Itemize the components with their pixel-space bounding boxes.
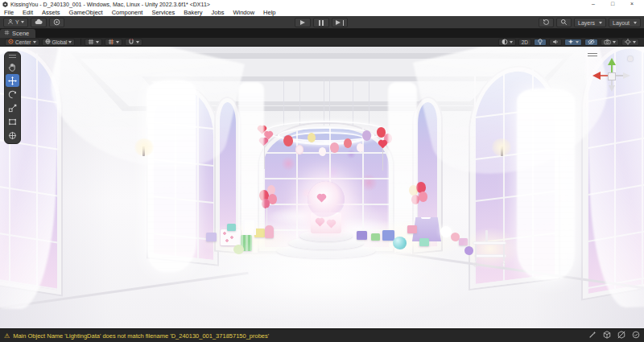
menu-help[interactable]: Help	[263, 9, 275, 16]
maximize-button[interactable]: □	[603, 0, 622, 8]
menu-file[interactable]: File	[4, 9, 14, 16]
overlay-drag-handle[interactable]	[9, 55, 16, 58]
gift-green[interactable]	[371, 233, 380, 241]
gift-white-polka[interactable]	[221, 229, 241, 245]
gift-teal[interactable]	[227, 224, 236, 231]
eye-slash-icon	[588, 39, 595, 46]
ball-purple[interactable]	[464, 246, 473, 255]
serving-cart[interactable]	[471, 232, 510, 269]
gift-lavender[interactable]	[206, 233, 217, 241]
chevron-down-icon	[633, 41, 636, 43]
gift-lilac[interactable]	[459, 238, 468, 245]
menu-window[interactable]: Window	[233, 9, 254, 16]
gift-blue[interactable]	[382, 230, 394, 241]
balloon-red[interactable]	[283, 135, 293, 146]
menu-gameobject[interactable]: GameObject	[69, 9, 103, 16]
view-tool-button[interactable]	[6, 60, 19, 73]
sparkle-wand-icon[interactable]	[588, 331, 597, 340]
tool-handle-rotation-dropdown[interactable]: Global	[42, 39, 76, 46]
version-control-button[interactable]	[49, 18, 64, 27]
ball-teal-glossy[interactable]	[393, 237, 407, 249]
balloon-purple[interactable]	[362, 130, 371, 141]
snap-increment-dropdown[interactable]	[125, 39, 142, 46]
balloon-white[interactable]	[357, 143, 364, 152]
balloon-yellow[interactable]	[308, 133, 316, 142]
move-tool-button[interactable]	[6, 74, 19, 87]
transform-tool-button[interactable]	[6, 129, 19, 142]
play-button[interactable]	[295, 18, 311, 27]
scene-audio-toggle[interactable]	[549, 39, 562, 46]
x-axis-cone[interactable]	[592, 72, 601, 80]
balloon-coral[interactable]	[344, 138, 352, 148]
menu-jobs[interactable]: Jobs	[212, 9, 225, 16]
undo-history-button[interactable]	[539, 18, 554, 27]
gift-pink-cylinder[interactable]	[265, 225, 274, 238]
ball-pale-green[interactable]	[233, 245, 244, 254]
check-circle-icon[interactable]	[632, 331, 640, 340]
y-axis-cone[interactable]	[608, 58, 616, 65]
menu-bakery[interactable]: Bakery	[184, 9, 202, 16]
orientation-label: Global	[52, 39, 68, 45]
layers-dropdown[interactable]: Layers	[574, 18, 606, 27]
gizmo-drag-handle[interactable]	[588, 53, 597, 56]
scale-tool-button[interactable]	[6, 101, 19, 114]
gift-pink[interactable]	[407, 225, 417, 233]
gizmo-lock-icon[interactable]	[628, 56, 633, 61]
speaker-icon	[552, 39, 559, 46]
wall-sconce-right[interactable]	[494, 142, 509, 158]
cube-icon[interactable]	[603, 331, 611, 340]
curtain-left-mid[interactable]	[147, 80, 196, 272]
down-axis-cone[interactable]	[609, 85, 615, 92]
curtain-right-mid[interactable]	[517, 89, 575, 280]
rect-tool-button[interactable]	[6, 115, 19, 128]
layout-dropdown[interactable]: Layout	[609, 18, 641, 27]
balloon-pink[interactable]	[330, 142, 339, 153]
status-bar[interactable]: ⚠ Main Object Name 'LightingData' does n…	[0, 328, 644, 342]
sparkle-icon	[568, 39, 574, 46]
gift-purple[interactable]	[357, 231, 367, 240]
cake-pedestal[interactable]	[311, 212, 341, 233]
grid-snapping-dropdown[interactable]	[105, 39, 122, 46]
rotate-tool-button[interactable]	[6, 88, 19, 101]
gift-mint[interactable]	[419, 238, 429, 246]
balloon-white[interactable]	[295, 145, 303, 155]
cube-slash-icon[interactable]	[617, 331, 625, 340]
tab-scene[interactable]: Scene	[0, 29, 35, 38]
menu-assets[interactable]: Assets	[42, 9, 60, 16]
heart-decoration	[316, 219, 324, 227]
chevron-down-icon	[576, 41, 579, 43]
gizmos-dropdown[interactable]	[621, 39, 639, 46]
cloud-services-button[interactable]	[31, 18, 47, 27]
toggle-2d-button[interactable]: 2D	[518, 39, 531, 46]
ring-light-inner[interactable]	[287, 132, 365, 145]
step-button[interactable]	[332, 18, 348, 27]
wall-sconce-left[interactable]	[137, 142, 151, 158]
minimize-button[interactable]: –	[584, 0, 603, 8]
scene-lighting-toggle[interactable]	[534, 39, 547, 46]
tool-handle-position-dropdown[interactable]: Center	[5, 39, 39, 46]
scene-camera-dropdown[interactable]	[601, 39, 619, 46]
draw-mode-dropdown[interactable]	[498, 39, 516, 46]
sconce-body	[501, 146, 503, 156]
step-icon	[336, 20, 341, 25]
menu-edit[interactable]: Edit	[23, 9, 33, 16]
z-axis-cone[interactable]	[623, 72, 630, 79]
unity-editor-window: KissingYou - D_240130_001 - Windows, Mac…	[0, 0, 644, 342]
grid-visibility-dropdown[interactable]	[85, 39, 102, 46]
scene-viewport[interactable]	[0, 47, 644, 328]
account-dropdown[interactable]: Y	[3, 18, 28, 27]
menu-component[interactable]: Component	[112, 9, 143, 16]
scene-visibility-toggle[interactable]	[584, 39, 598, 46]
orientation-gizmo[interactable]	[586, 52, 634, 98]
gizmo-center-cube[interactable]	[608, 72, 616, 80]
menu-services[interactable]: Services	[151, 9, 175, 16]
scene-effects-dropdown[interactable]	[564, 39, 582, 46]
pause-button[interactable]	[313, 18, 329, 27]
balloon-white[interactable]	[319, 147, 326, 156]
search-button[interactable]	[556, 18, 572, 27]
layout-label: Layout	[613, 20, 630, 26]
close-button[interactable]: ×	[622, 0, 642, 8]
layers-label: Layers	[578, 20, 595, 26]
balloon-white[interactable]	[440, 226, 452, 237]
white-chair[interactable]	[243, 219, 256, 235]
